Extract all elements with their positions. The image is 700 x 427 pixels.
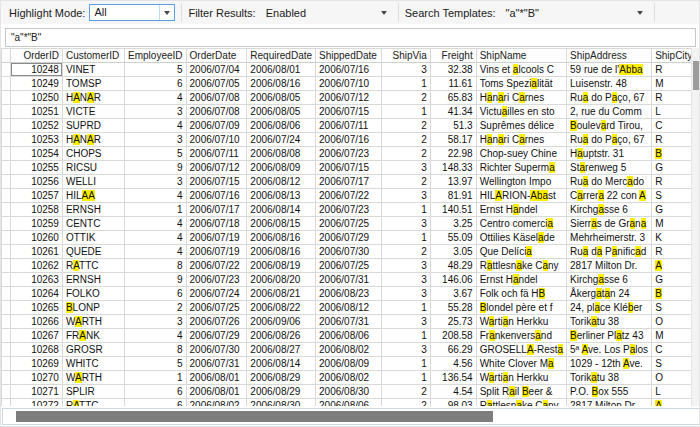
table-cell[interactable]: 2006/07/22 xyxy=(316,189,382,203)
table-cell[interactable]: 2006/07/25 xyxy=(186,301,247,315)
row-header[interactable] xyxy=(2,259,11,273)
highlight-mode-combobox[interactable]: All xyxy=(89,4,175,21)
table-cell[interactable]: 2006/07/15 xyxy=(316,105,382,119)
table-cell[interactable]: 3.67 xyxy=(430,287,476,301)
table-cell[interactable]: 3.05 xyxy=(430,245,476,259)
table-cell[interactable]: QUEDE xyxy=(62,245,124,259)
table-cell[interactable]: VINET xyxy=(62,63,124,77)
table-cell[interactable]: 10261 xyxy=(11,245,63,259)
table-cell[interactable]: Folk och fä HB xyxy=(476,287,566,301)
table-cell[interactable]: Ottilies Käselade xyxy=(476,231,566,245)
table-cell[interactable]: 25.73 xyxy=(430,315,476,329)
column-header-CustomerID[interactable]: CustomerID xyxy=(62,49,124,63)
table-cell[interactable]: 2 xyxy=(381,399,430,407)
table-cell[interactable]: 1 xyxy=(381,231,430,245)
table-cell[interactable]: 2006/08/06 xyxy=(316,399,382,407)
table-cell[interactable]: 4 xyxy=(124,329,186,343)
table-cell[interactable]: RICSU xyxy=(62,161,124,175)
row-header[interactable] xyxy=(2,119,11,133)
table-cell[interactable]: 1029 - 12th Ave. xyxy=(567,357,652,371)
table-cell[interactable]: 81.91 xyxy=(430,189,476,203)
table-cell[interactable]: P.O. Box 555 xyxy=(567,385,652,399)
table-cell[interactable]: Boulevard Tirou, xyxy=(567,119,652,133)
table-cell[interactable]: 2006/07/30 xyxy=(186,343,247,357)
table-cell[interactable]: 10270 xyxy=(11,371,63,385)
table-cell[interactable]: 98.03 xyxy=(430,399,476,407)
table-cell[interactable]: 2006/08/09 xyxy=(247,161,316,175)
table-cell[interactable]: 3 xyxy=(381,217,430,231)
column-header-EmployeeID[interactable]: EmployeeID xyxy=(124,49,186,63)
table-cell[interactable]: 3 xyxy=(381,287,430,301)
table-cell[interactable]: 10265 xyxy=(11,301,63,315)
table-cell[interactable]: 2006/07/05 xyxy=(186,77,247,91)
table-cell[interactable]: 2006/07/23 xyxy=(186,273,247,287)
table-cell[interactable]: 2006/07/31 xyxy=(316,315,382,329)
table-cell[interactable]: White Clover Ma xyxy=(476,357,566,371)
table-cell[interactable]: 2006/07/19 xyxy=(186,231,247,245)
table-cell[interactable]: 2006/07/23 xyxy=(316,203,382,217)
table-cell[interactable]: 2 xyxy=(381,119,430,133)
table-cell[interactable]: 2006/08/16 xyxy=(247,245,316,259)
table-cell[interactable]: Mehrheimerstr. 3 xyxy=(567,231,652,245)
table-cell[interactable]: RATTC xyxy=(62,259,124,273)
table-cell[interactable]: 5 xyxy=(124,147,186,161)
table-cell[interactable]: 4 xyxy=(124,245,186,259)
table-cell[interactable]: 3 xyxy=(381,273,430,287)
table-cell[interactable]: 2006/07/18 xyxy=(186,217,247,231)
row-header[interactable] xyxy=(2,203,11,217)
table-cell[interactable]: 148.33 xyxy=(430,161,476,175)
table-cell[interactable]: 2006/07/31 xyxy=(186,357,247,371)
table-cell[interactable]: 55.09 xyxy=(430,231,476,245)
table-cell[interactable]: ERNSH xyxy=(62,203,124,217)
table-cell[interactable]: Ernst Handel xyxy=(476,273,566,287)
table-cell[interactable]: 2006/07/11 xyxy=(186,147,247,161)
table-cell[interactable]: 2006/08/15 xyxy=(247,217,316,231)
table-cell[interactable]: WARTH xyxy=(62,315,124,329)
table-cell[interactable]: 10272 xyxy=(11,399,63,407)
row-header[interactable] xyxy=(2,147,11,161)
table-cell[interactable]: 2006/08/05 xyxy=(247,91,316,105)
table-cell[interactable]: 2006/08/12 xyxy=(316,301,382,315)
table-cell[interactable]: 2006/07/29 xyxy=(186,329,247,343)
table-cell[interactable]: Wellington Impo xyxy=(476,175,566,189)
table-cell[interactable]: 4 xyxy=(124,189,186,203)
table-cell[interactable]: 5 xyxy=(124,63,186,77)
table-cell[interactable]: 1 xyxy=(381,105,430,119)
column-header-Freight[interactable]: Freight xyxy=(430,49,476,63)
table-cell[interactable]: 2006/08/29 xyxy=(247,385,316,399)
table-cell[interactable]: SPLIR xyxy=(62,385,124,399)
table-cell[interactable]: 1 xyxy=(381,371,430,385)
table-cell[interactable]: 10257 xyxy=(11,189,63,203)
table-cell[interactable]: 2 xyxy=(381,133,430,147)
table-cell[interactable]: BLONP xyxy=(62,301,124,315)
column-header-OrderDate[interactable]: OrderDate xyxy=(186,49,247,63)
table-cell[interactable]: 10259 xyxy=(11,217,63,231)
table-cell[interactable]: 10250 xyxy=(11,91,63,105)
row-header[interactable] xyxy=(2,371,11,385)
table-cell[interactable]: 10268 xyxy=(11,343,63,357)
highlight-mode-dropdown-button[interactable] xyxy=(159,5,174,20)
table-cell[interactable]: 2, rue du Comm xyxy=(567,105,652,119)
table-cell[interactable]: 10260 xyxy=(11,231,63,245)
table-cell[interactable]: 2 xyxy=(381,245,430,259)
row-header[interactable] xyxy=(2,161,11,175)
table-cell[interactable]: RATTC xyxy=(62,399,124,407)
table-cell[interactable]: 6 xyxy=(124,399,186,407)
table-cell[interactable]: 9 xyxy=(124,161,186,175)
table-cell[interactable]: 2006/08/23 xyxy=(316,287,382,301)
table-cell[interactable]: 2006/07/12 xyxy=(316,91,382,105)
table-cell[interactable]: 2006/09/06 xyxy=(247,315,316,329)
column-header-RequiredDate[interactable]: RequiredDate xyxy=(247,49,316,63)
table-cell[interactable]: Berliner Platz 43 xyxy=(567,329,652,343)
table-cell[interactable]: HANAR xyxy=(62,91,124,105)
table-cell[interactable]: VICTE xyxy=(62,105,124,119)
table-cell[interactable]: 2006/08/16 xyxy=(247,77,316,91)
table-cell[interactable]: 10249 xyxy=(11,77,63,91)
table-cell[interactable]: 2006/07/09 xyxy=(186,119,247,133)
table-cell[interactable]: Hanari Carnes xyxy=(476,133,566,147)
table-cell[interactable]: 2006/08/08 xyxy=(247,147,316,161)
table-cell[interactable]: Wartian Herkku xyxy=(476,315,566,329)
row-header[interactable] xyxy=(2,231,11,245)
table-cell[interactable]: 10253 xyxy=(11,133,63,147)
table-cell[interactable]: 2006/07/08 xyxy=(186,91,247,105)
